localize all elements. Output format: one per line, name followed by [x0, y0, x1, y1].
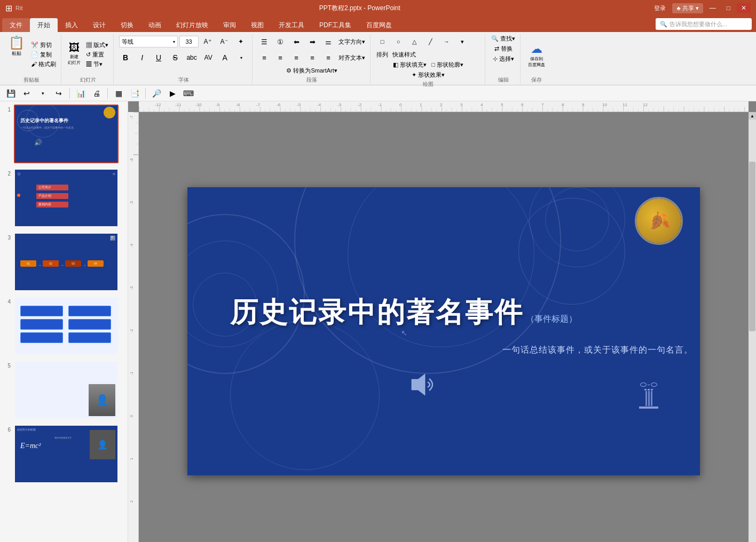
quick-styles-button[interactable]: 快速样式: [391, 50, 418, 59]
rect-shape[interactable]: □: [375, 34, 390, 49]
tab-view[interactable]: 视图: [243, 18, 271, 32]
font-color-button[interactable]: A: [217, 50, 232, 65]
tab-pdf[interactable]: PDF工具集: [312, 18, 359, 32]
layout-button[interactable]: ▦ 版式▾: [84, 41, 110, 50]
scroll-up-button[interactable]: ▲: [749, 112, 756, 119]
tab-developer[interactable]: 开发工具: [271, 18, 312, 32]
slide-num-6: 6: [3, 425, 11, 433]
section-toolbar[interactable]: 📑: [128, 87, 141, 100]
arrange-button[interactable]: 排列: [375, 50, 390, 59]
copy-button[interactable]: 📄 复制: [29, 50, 58, 59]
convert-smartart[interactable]: ⚙ 转换为SmartArt▾: [285, 66, 338, 75]
decrease-indent[interactable]: ⬅: [289, 34, 304, 49]
zoom-button[interactable]: 🔎: [150, 87, 163, 100]
slide-thumb-2[interactable]: 2 ⚙ ⊞ 公司简介 产品介绍 案例内容: [2, 168, 125, 228]
save-baidu-button[interactable]: ☁ 保存到 百度网盘: [525, 40, 548, 70]
col-button[interactable]: ⚌: [321, 34, 336, 49]
increase-indent[interactable]: ➡: [305, 34, 320, 49]
bold-button[interactable]: B: [118, 50, 133, 65]
font-size-dropdown[interactable]: 33: [179, 36, 199, 47]
share-button[interactable]: ♣ 共享 ▾: [672, 3, 703, 13]
svg-text:-12: -12: [155, 102, 161, 107]
login-button[interactable]: 登录: [650, 3, 670, 13]
cut-button[interactable]: ✂️ 剪切: [29, 41, 58, 50]
tab-transition[interactable]: 切换: [113, 18, 141, 32]
align-left[interactable]: ≡: [257, 50, 272, 65]
font-name-dropdown[interactable]: 等线▾: [119, 36, 178, 47]
italic-button[interactable]: I: [135, 50, 149, 65]
reset-button[interactable]: ↺ 重置: [84, 50, 110, 59]
shape-outline-button[interactable]: □ 形状轮廓▾: [430, 60, 465, 69]
line-shape[interactable]: ╱: [423, 34, 438, 49]
tab-file[interactable]: 文件: [2, 18, 30, 32]
ribbon-search[interactable]: 🔍 告诉我您想要做什么...: [656, 18, 752, 30]
slide-image-6[interactable]: 处处照片的标题 E=mc² 👤 相关内容描述文字: [14, 425, 119, 483]
slide-image-1[interactable]: 历史记录中的著名事件 一句话总结该事件，或关于该事件的一句名言。 🔊: [14, 105, 119, 163]
maximize-button[interactable]: □: [722, 3, 735, 13]
section-button[interactable]: ☰ 节▾: [84, 60, 110, 69]
slide-thumb-6[interactable]: 6 处处照片的标题 E=mc² 👤 相关内容描述文字: [2, 424, 125, 484]
format-painter-button[interactable]: 🖌 格式刷: [29, 60, 58, 69]
save-toolbar-button[interactable]: 💾: [4, 87, 17, 100]
close-button[interactable]: ✕: [737, 3, 751, 13]
accessibility-button[interactable]: ⌨: [182, 87, 195, 100]
scroll-thumb-v[interactable]: [749, 162, 755, 331]
slide-subtitle: 一句话总结该事件，或关于该事件的一句名言。: [502, 345, 693, 356]
slide-thumb-5[interactable]: 5 👤: [2, 360, 125, 420]
slide-image-4[interactable]: [14, 297, 119, 355]
undo-button[interactable]: ↩: [20, 87, 33, 100]
shadow-button[interactable]: abc: [184, 50, 199, 65]
distribute[interactable]: ≡: [321, 50, 336, 65]
font-size-up[interactable]: A⁺: [200, 34, 215, 49]
bullets-button[interactable]: ☰: [257, 34, 272, 49]
tab-baidu[interactable]: 百度网盘: [359, 18, 399, 32]
arrow-shape[interactable]: →: [439, 34, 454, 49]
slide-thumb-3[interactable]: 3 📊 01 → 02 → 03 → 04: [2, 232, 125, 292]
slide4-box5: [68, 319, 111, 330]
undo-arrow[interactable]: ▾: [36, 87, 49, 100]
tab-home[interactable]: 开始: [30, 18, 58, 32]
circle-shape[interactable]: ○: [391, 34, 406, 49]
triangle-shape[interactable]: △: [407, 34, 422, 49]
shape-effect-button[interactable]: ✦ 形状效果▾: [410, 70, 446, 79]
slide-canvas[interactable]: 🍂 历史记录中的著名事件 （事件标题）: [187, 187, 700, 475]
text-direction-button[interactable]: 文字方向▾: [337, 37, 367, 46]
slide-image-3[interactable]: 📊 01 → 02 → 03 → 04: [14, 233, 119, 291]
layout-toolbar[interactable]: ▦: [112, 87, 125, 100]
strikethrough-button[interactable]: S: [168, 50, 183, 65]
replace-button[interactable]: ⇄ 替换: [493, 44, 514, 53]
tab-slideshow[interactable]: 幻灯片放映: [169, 18, 216, 32]
sep1: [69, 88, 70, 99]
font-size-down[interactable]: A⁻: [217, 34, 232, 49]
print-button[interactable]: 🖨: [90, 87, 103, 100]
slideshow-button[interactable]: ▶: [166, 87, 179, 100]
tab-design[interactable]: 设计: [85, 18, 113, 32]
shape-fill-button[interactable]: ◧ 形状填充▾: [391, 60, 428, 69]
slide-image-5[interactable]: 👤: [14, 361, 119, 419]
present-button[interactable]: 📊: [74, 87, 87, 100]
vertical-scrollbar[interactable]: ▲ ▼: [749, 112, 756, 542]
new-slide-button[interactable]: 🖼 新建 幻灯片: [66, 41, 83, 69]
tab-insert[interactable]: 插入: [58, 18, 85, 32]
numbering-button[interactable]: ①: [273, 34, 288, 49]
redo-button[interactable]: ↪: [52, 87, 65, 100]
align-text[interactable]: 对齐文本▾: [337, 53, 367, 62]
slide-thumb-4[interactable]: 4: [2, 296, 125, 356]
tab-animation[interactable]: 动画: [141, 18, 169, 32]
char-spacing-button[interactable]: AV: [201, 50, 216, 65]
slide-image-2[interactable]: ⚙ ⊞ 公司简介 产品介绍 案例内容: [14, 169, 119, 227]
editing-label: 编辑: [490, 75, 517, 85]
find-button[interactable]: 🔍 查找▾: [490, 34, 517, 43]
align-right[interactable]: ≡: [289, 50, 304, 65]
more-shapes[interactable]: ▾: [455, 34, 470, 49]
paste-button[interactable]: 📋 粘贴: [5, 34, 28, 58]
minimize-button[interactable]: —: [705, 3, 720, 13]
tab-review[interactable]: 审阅: [216, 18, 243, 32]
underline-button[interactable]: U: [151, 50, 166, 65]
select-button[interactable]: ⊹ 选择▾: [491, 54, 516, 63]
align-center[interactable]: ≡: [273, 50, 288, 65]
slide-thumb-1[interactable]: 1 历史记录中的著名事件 一句话总结该事件，或关于该事件的一句名言。 🔊: [2, 103, 125, 164]
justify[interactable]: ≡: [305, 50, 320, 65]
clear-format[interactable]: ✦: [233, 34, 248, 49]
font-color-arrow[interactable]: ▾: [234, 50, 249, 65]
